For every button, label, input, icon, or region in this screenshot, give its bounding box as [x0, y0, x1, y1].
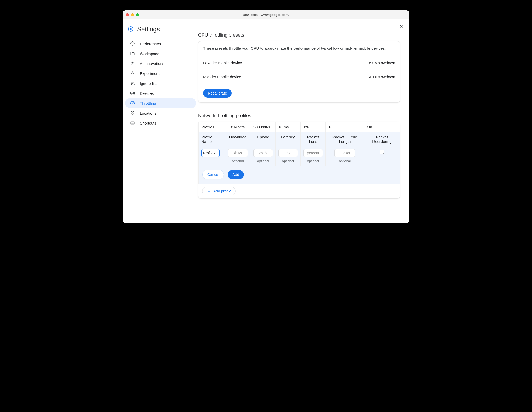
- minimize-window-button[interactable]: [131, 13, 134, 16]
- plus-icon: ＋: [207, 189, 211, 193]
- recalibrate-button[interactable]: Recalibrate: [203, 89, 232, 98]
- sidebar-item-workspace[interactable]: Workspace: [125, 49, 196, 58]
- add-profile-button[interactable]: ＋ Add profile: [202, 187, 236, 195]
- cpu-card-footer: Recalibrate: [198, 84, 400, 102]
- cpu-preset-name: Mid-tier mobile device: [203, 75, 241, 79]
- packet-queue-input[interactable]: [334, 149, 355, 157]
- add-button[interactable]: Add: [228, 170, 244, 179]
- folder-icon: [130, 51, 135, 56]
- cell-packet-loss: 1%: [300, 122, 325, 132]
- packet-loss-input[interactable]: [303, 149, 323, 157]
- col-packet-loss: Packet Loss: [300, 132, 325, 146]
- cell-latency: 10 ms: [275, 122, 300, 132]
- sidebar-item-label: Preferences: [140, 42, 161, 46]
- latency-input[interactable]: [278, 149, 298, 157]
- col-latency: Latency: [275, 132, 300, 146]
- settings-sidebar: Settings Preferences Workspace AI innova…: [123, 19, 198, 223]
- svg-point-1: [130, 28, 131, 30]
- devtools-settings-window: DevTools - www.google.com/ Settings Pref…: [123, 10, 409, 223]
- cpu-preset-value: 16.0× slowdown: [367, 61, 395, 65]
- col-profile-name: Profile Name: [199, 132, 225, 146]
- cpu-presets-description: These presets throttle your CPU to appro…: [198, 41, 400, 56]
- cpu-preset-row: Low-tier mobile device 16.0× slowdown: [198, 56, 400, 70]
- sidebar-item-ignore-list[interactable]: Ignore list: [125, 78, 196, 88]
- maximize-window-button[interactable]: [136, 13, 139, 16]
- sidebar-item-label: Throttling: [140, 101, 156, 105]
- settings-nav: Preferences Workspace AI innovations Exp…: [125, 39, 196, 128]
- page-title: Settings: [137, 26, 160, 33]
- col-download: Download: [225, 132, 251, 146]
- settings-header: Settings: [125, 26, 196, 39]
- table-row[interactable]: Profile1 1.0 Mbit/s 500 kbit/s 10 ms 1% …: [199, 122, 400, 132]
- filter-icon: [130, 81, 135, 86]
- svg-rect-6: [131, 122, 134, 124]
- cpu-preset-row: Mid-tier mobile device 4.1× slowdown: [198, 70, 400, 84]
- flask-icon: [130, 71, 135, 76]
- svg-rect-3: [131, 92, 134, 94]
- sidebar-item-devices[interactable]: Devices: [125, 88, 196, 98]
- settings-content: CPU throttling presets These presets thr…: [198, 19, 409, 223]
- optional-hint: optional: [278, 159, 298, 163]
- sidebar-item-label: Locations: [140, 111, 156, 115]
- sidebar-item-locations[interactable]: Locations: [125, 108, 196, 118]
- close-panel-button[interactable]: [399, 24, 404, 30]
- cancel-button[interactable]: Cancel: [202, 170, 224, 179]
- sidebar-item-experiments[interactable]: Experiments: [125, 68, 196, 78]
- network-profiles-table: Profile1 1.0 Mbit/s 500 kbit/s 10 ms 1% …: [198, 122, 400, 184]
- add-profile-footer: ＋ Add profile: [198, 184, 400, 198]
- sidebar-item-throttling[interactable]: Throttling: [125, 98, 196, 108]
- edit-actions-row: Cancel Add: [199, 166, 400, 184]
- optional-hint: optional: [328, 159, 361, 163]
- table-header-row: Profile Name Download Upload Latency Pac…: [199, 132, 400, 146]
- devices-icon: [130, 91, 135, 96]
- svg-point-5: [132, 112, 133, 113]
- col-upload: Upload: [251, 132, 275, 146]
- network-section-heading: Network throttling profiles: [198, 113, 400, 119]
- optional-hint: optional: [228, 159, 248, 163]
- cell-profile-name: Profile1: [199, 122, 225, 132]
- sidebar-item-shortcuts[interactable]: Shortcuts: [125, 118, 196, 128]
- window-title: DevTools - www.google.com/: [123, 13, 409, 17]
- profile-name-input[interactable]: [201, 149, 220, 157]
- add-profile-label: Add profile: [213, 189, 231, 193]
- sidebar-item-label: AI innovations: [140, 61, 164, 66]
- packet-reordering-checkbox[interactable]: [380, 150, 384, 154]
- cell-queue: 10: [325, 122, 364, 132]
- sidebar-item-label: Experiments: [140, 71, 161, 76]
- download-input[interactable]: [228, 149, 248, 157]
- cpu-presets-card: These presets throttle your CPU to appro…: [198, 41, 400, 103]
- sidebar-item-label: Shortcuts: [140, 121, 156, 125]
- upload-input[interactable]: [253, 149, 273, 157]
- speed-icon: [130, 101, 135, 106]
- svg-point-2: [132, 43, 133, 44]
- devtools-logo-icon: [128, 26, 134, 33]
- col-reorder: Packet Reordering: [364, 132, 400, 146]
- network-profiles-card: Profile1 1.0 Mbit/s 500 kbit/s 10 ms 1% …: [198, 122, 400, 199]
- sidebar-item-preferences[interactable]: Preferences: [125, 39, 196, 49]
- sidebar-item-label: Devices: [140, 91, 154, 96]
- cpu-section-heading: CPU throttling presets: [198, 32, 400, 38]
- cpu-preset-value: 4.1× slowdown: [369, 75, 395, 79]
- cell-upload: 500 kbit/s: [251, 122, 275, 132]
- keyboard-icon: [130, 120, 135, 126]
- location-icon: [130, 110, 135, 116]
- profile-edit-row: optional optional optional optional: [199, 146, 400, 166]
- cell-reorder: On: [364, 122, 400, 132]
- sidebar-item-label: Ignore list: [140, 81, 157, 86]
- window-controls: [126, 13, 139, 16]
- sidebar-item-ai-innovations[interactable]: AI innovations: [125, 58, 196, 68]
- optional-hint: optional: [253, 159, 273, 163]
- optional-hint: optional: [303, 159, 323, 163]
- sparkle-icon: [130, 61, 135, 66]
- cpu-preset-name: Low-tier mobile device: [203, 61, 242, 65]
- svg-rect-4: [134, 92, 135, 94]
- titlebar: DevTools - www.google.com/: [123, 10, 409, 19]
- sidebar-item-label: Workspace: [140, 51, 159, 56]
- close-window-button[interactable]: [126, 13, 129, 16]
- col-queue: Packet Queue Length: [325, 132, 364, 146]
- cell-download: 1.0 Mbit/s: [225, 122, 251, 132]
- gear-icon: [130, 41, 135, 46]
